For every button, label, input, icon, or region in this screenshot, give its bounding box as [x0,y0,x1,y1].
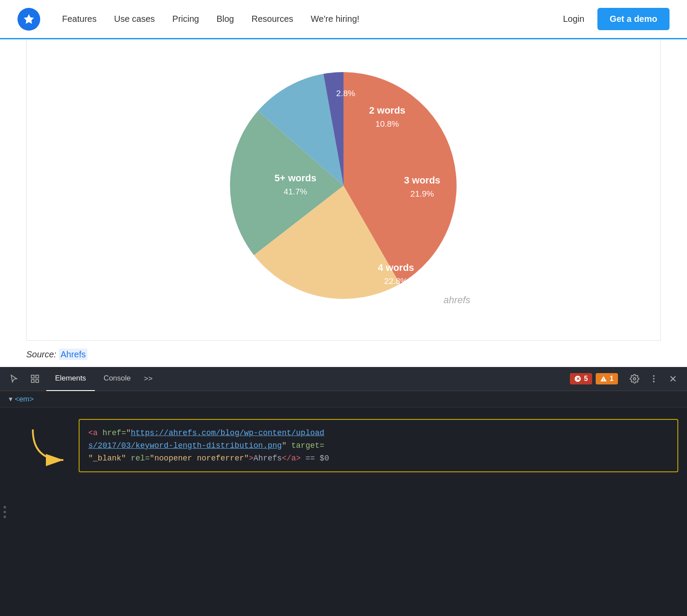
warning-badge[interactable]: ! 1 [596,373,618,384]
elements-breadcrumb: ▾ <em> [0,391,687,408]
pct-3words: 21.9% [410,189,434,198]
inspect-icon-btn[interactable] [25,369,45,388]
nav-links: Features Use cases Pricing Blog Resource… [62,14,563,24]
source-link[interactable]: Ahrefs [59,349,88,360]
error-icon: ✕ [574,375,581,382]
code-highlight-box: <a href="https://ahrefs.com/blog/wp-cont… [79,419,678,472]
svg-point-8 [633,377,636,380]
nav-resources[interactable]: Resources [251,14,293,24]
svg-point-9 [653,375,655,377]
nav-right: Login Get a demo [563,8,670,30]
nav-blog[interactable]: Blog [216,14,234,24]
pct-5plus: 41.7% [284,187,307,196]
warning-count: 1 [610,375,614,383]
more-tabs[interactable]: >> [139,374,157,383]
inspect-icon [30,374,40,384]
more-options-icon[interactable] [644,369,663,388]
tab-console[interactable]: Console [95,367,139,391]
error-count: 5 [584,375,588,383]
label-5plus: 5+ words [274,173,316,183]
svg-point-10 [653,378,655,380]
warning-icon: ! [600,375,607,382]
logo[interactable] [17,8,40,31]
svg-point-11 [653,381,655,383]
cursor-icon-btn[interactable] [4,369,24,388]
svg-text:!: ! [603,377,604,382]
label-3words: 3 words [404,175,440,186]
code-line-1: <a href="https://ahrefs.com/blog/wp-cont… [88,427,669,440]
pie-chart-area: 5+ words 41.7% 4 words 22.8% 3 words 21.… [208,57,479,310]
svg-rect-1 [36,375,38,378]
nav-features[interactable]: Features [62,14,97,24]
svg-text:✕: ✕ [576,376,580,381]
navbar: Features Use cases Pricing Blog Resource… [0,0,687,39]
devtools-panel: Elements Console >> ✕ 5 ! 1 [0,367,687,616]
devtools-tabs: Elements Console >> ✕ 5 ! 1 [0,367,687,391]
nav-use-cases[interactable]: Use cases [114,14,155,24]
label-2words: 2 words [369,105,405,116]
pct-4words: 22.8% [384,277,408,286]
ahrefs-watermark: ahrefs [444,294,470,306]
nav-hiring[interactable]: We're hiring! [311,14,359,24]
svg-rect-0 [31,375,34,378]
devtools-body: ▾ <em> [0,391,687,616]
svg-rect-2 [31,380,34,382]
chart-container: 5+ words 41.7% 4 words 22.8% 3 words 21.… [26,39,661,341]
cursor-icon [9,374,19,384]
yellow-arrow-annotation [24,421,76,475]
login-link[interactable]: Login [563,14,584,24]
star-icon [23,13,35,25]
source-prefix: Source: [26,350,56,359]
chart-wrapper: 5+ words 41.7% 4 words 22.8% 3 words 21.… [35,48,652,319]
svg-rect-3 [36,380,38,382]
pct-1word: 2.8% [336,89,355,98]
element-tag: <em> [15,395,34,403]
pie-chart-svg: 5+ words 41.7% 4 words 22.8% 3 words 21.… [208,57,479,310]
source-line: Source: Ahrefs [26,341,661,364]
code-area: <a href="https://ahrefs.com/blog/wp-cont… [0,408,687,616]
scrollbar-dots [3,506,6,518]
tab-elements[interactable]: Elements [46,367,95,391]
code-line-3: "_blank" rel="noopener noreferrer">Ahref… [88,452,669,465]
nav-pricing[interactable]: Pricing [172,14,199,24]
main-content: 5+ words 41.7% 4 words 22.8% 3 words 21.… [0,39,687,364]
label-4words: 4 words [378,262,414,273]
pct-2words: 10.8% [375,119,399,128]
settings-icon[interactable] [625,369,644,388]
error-badge[interactable]: ✕ 5 [570,373,592,384]
close-devtools-button[interactable] [663,369,683,388]
get-demo-button[interactable]: Get a demo [597,8,670,30]
code-line-2: s/2017/03/keyword-length-distribution.pn… [88,440,669,452]
